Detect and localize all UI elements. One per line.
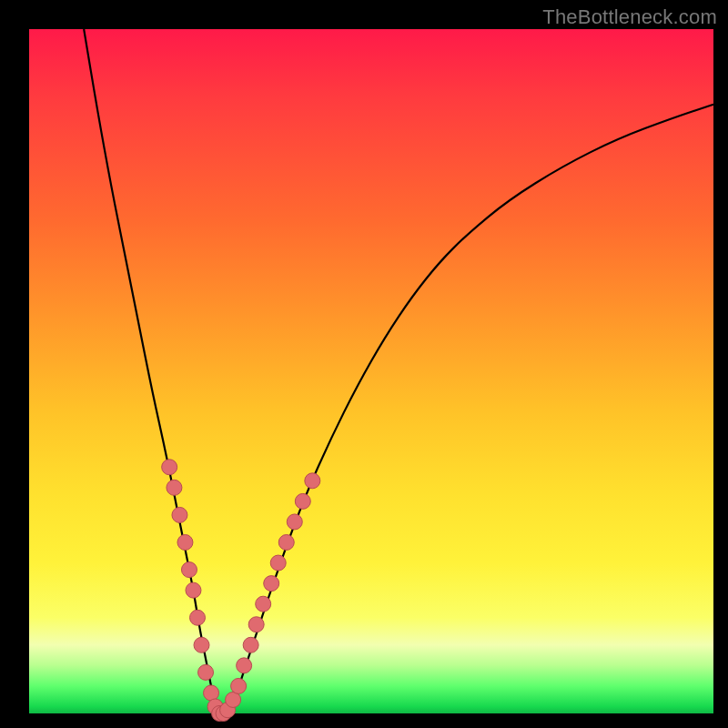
marker-dot [177, 535, 193, 551]
marker-dot [204, 685, 219, 701]
marker-dots [162, 460, 320, 722]
marker-dot [237, 658, 252, 673]
watermark-text: TheBottleneck.com [542, 5, 717, 29]
chart-frame: TheBottleneck.com [0, 0, 728, 728]
marker-dot [198, 664, 214, 680]
marker-dot [264, 576, 279, 592]
marker-dot [226, 692, 241, 707]
marker-dot [167, 480, 182, 495]
marker-dot [194, 637, 209, 652]
marker-dot [162, 460, 177, 475]
marker-dot [248, 617, 264, 632]
marker-dot [189, 610, 205, 625]
marker-dot [295, 493, 310, 509]
chart-svg [29, 29, 713, 713]
marker-dot [186, 582, 201, 598]
plot-area [29, 29, 713, 713]
marker-dot [278, 535, 294, 551]
marker-dot [172, 507, 187, 522]
marker-dot [181, 562, 197, 578]
marker-dot [305, 473, 320, 489]
marker-dot [270, 555, 286, 571]
curve-path [84, 29, 713, 713]
marker-dot [243, 637, 258, 652]
curve-series [84, 29, 713, 713]
marker-dot [287, 514, 302, 530]
marker-dot [231, 678, 247, 693]
marker-dot [256, 596, 271, 612]
